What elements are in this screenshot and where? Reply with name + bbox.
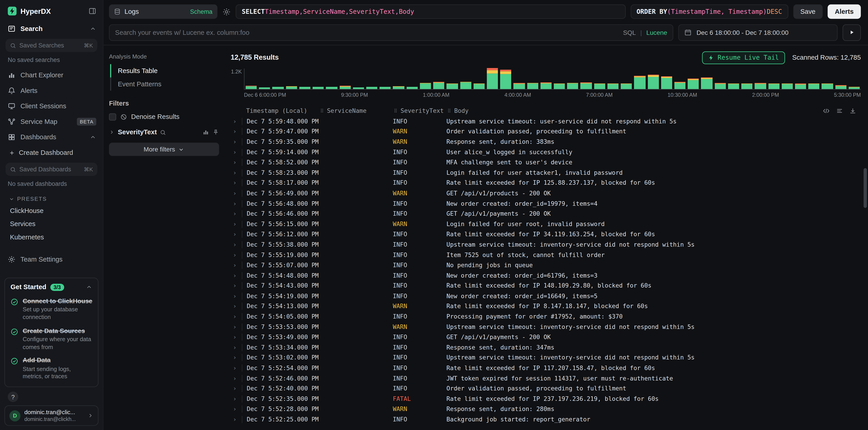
chart-bar[interactable] xyxy=(581,82,592,89)
table-row[interactable]: ›Dec 7 5:54:19.000 PMINFONew order creat… xyxy=(231,291,861,301)
table-row[interactable]: ›Dec 7 5:54:43.000 PMINFORate limit exce… xyxy=(231,280,861,291)
chart-bar[interactable] xyxy=(514,83,525,89)
chart-bar[interactable] xyxy=(433,81,444,89)
chart-bar[interactable] xyxy=(782,84,793,89)
table-row[interactable]: ›Dec 7 5:53:49.000 PMINFOGET /api/v1/pay… xyxy=(231,332,861,342)
saved-searches-input[interactable] xyxy=(20,42,81,48)
user-menu[interactable]: D dominic.tran@clic... dominic.tran@clic… xyxy=(4,405,99,426)
sidebar-item-alerts[interactable]: Alerts xyxy=(0,83,103,98)
row-expander[interactable]: › xyxy=(231,128,242,135)
table-row[interactable]: ›Dec 7 5:59:14.000 PMINFOUser alice_w lo… xyxy=(231,147,861,157)
denoise-results-toggle[interactable]: Denoise Results xyxy=(109,113,219,121)
chart-bar[interactable] xyxy=(608,84,619,89)
row-expander[interactable]: › xyxy=(231,138,242,145)
row-expander[interactable]: › xyxy=(231,323,242,331)
table-row[interactable]: ›Dec 7 5:56:12.000 PMINFORate limit exce… xyxy=(231,229,861,239)
sidebar-item-service-map[interactable]: Service Map BETA xyxy=(0,114,103,129)
chart-bar[interactable] xyxy=(500,70,512,89)
row-expander[interactable]: › xyxy=(231,385,242,392)
more-filters-button[interactable]: More filters xyxy=(109,143,219,156)
chart-bar[interactable] xyxy=(674,82,685,89)
help-button[interactable]: ? xyxy=(8,392,18,402)
row-expander[interactable]: › xyxy=(231,252,242,259)
chart-bar[interactable] xyxy=(540,82,551,89)
code-view-icon[interactable] xyxy=(823,107,830,114)
col-body[interactable]: Body xyxy=(446,107,823,114)
preset-services[interactable]: Services xyxy=(0,217,103,231)
table-row[interactable]: ›Dec 7 5:56:49.000 PMWARNGET /api/v1/pro… xyxy=(231,188,861,198)
chart-bar[interactable] xyxy=(380,87,391,89)
chart-bar[interactable] xyxy=(634,76,645,89)
table-row[interactable]: ›Dec 7 5:58:23.000 PMINFOLogin failed fo… xyxy=(231,168,861,178)
table-row[interactable]: ›Dec 7 5:52:40.000 PMINFOOrder validatio… xyxy=(231,384,861,394)
table-row[interactable]: ›Dec 7 5:52:54.000 PMINFORate limit exce… xyxy=(231,363,861,373)
table-row[interactable]: ›Dec 7 5:59:35.000 PMWARNResponse sent, … xyxy=(231,137,861,147)
chart-bar[interactable] xyxy=(768,84,779,89)
chart-bar[interactable] xyxy=(460,82,471,89)
row-expander[interactable]: › xyxy=(231,200,242,207)
chart-bar[interactable] xyxy=(339,86,350,89)
table-row[interactable]: ›Dec 7 5:54:05.000 PMINFOProcessing paym… xyxy=(231,311,861,322)
chart-bar[interactable] xyxy=(326,87,337,89)
chart-bar[interactable] xyxy=(554,83,565,89)
event-search-input[interactable] xyxy=(115,29,619,36)
row-expander[interactable]: › xyxy=(231,210,242,218)
alerts-button[interactable]: Alerts xyxy=(828,4,861,19)
row-expander[interactable]: › xyxy=(231,241,242,248)
mode-lucene-toggle[interactable]: Lucene xyxy=(646,29,667,35)
chart-bar[interactable] xyxy=(406,87,417,89)
table-row[interactable]: ›Dec 7 5:56:15.000 PMWARNLogin failed fo… xyxy=(231,219,861,229)
table-row[interactable]: ›Dec 7 5:55:38.000 PMINFOUpstream servic… xyxy=(231,240,861,250)
create-dashboard-button[interactable]: Create Dashboard xyxy=(0,145,103,160)
chart-bar[interactable] xyxy=(567,83,578,89)
select-clause-editor[interactable]: SELECT Timestamp,ServiceName,SeverityTex… xyxy=(236,4,625,19)
row-expander[interactable]: › xyxy=(231,148,242,156)
denoise-checkbox[interactable] xyxy=(109,113,116,120)
chart-bar[interactable] xyxy=(246,86,257,89)
table-row[interactable]: ›Dec 7 5:54:48.000 PMINFONew order creat… xyxy=(231,270,861,280)
chart-bar[interactable] xyxy=(741,84,752,89)
sidebar-item-search[interactable]: Search xyxy=(0,21,103,36)
table-row[interactable]: ›Dec 7 5:59:48.000 PMINFOUpstream servic… xyxy=(231,116,861,126)
row-expander[interactable]: › xyxy=(231,293,242,300)
source-settings-gear-icon[interactable] xyxy=(222,7,231,16)
chart-bar[interactable] xyxy=(728,84,739,89)
table-row[interactable]: ›Dec 7 5:52:28.000 PMWARNResponse sent, … xyxy=(231,404,861,414)
chart-bar[interactable] xyxy=(353,87,364,89)
row-expander[interactable]: › xyxy=(231,416,242,423)
run-query-button[interactable] xyxy=(843,24,861,40)
table-row[interactable]: ›Dec 7 5:58:52.000 PMINFOMFA challenge s… xyxy=(231,157,861,168)
col-timestamp[interactable]: Timestamp (Local) xyxy=(242,107,319,114)
resume-live-tail-button[interactable]: Resume Live Tail xyxy=(702,51,785,64)
mode-sql-toggle[interactable]: SQL xyxy=(623,29,636,35)
download-icon[interactable] xyxy=(849,107,857,114)
vertical-scrollbar[interactable] xyxy=(864,168,867,208)
chart-bar[interactable] xyxy=(473,84,485,89)
row-expander[interactable]: › xyxy=(231,221,242,228)
mode-event-patterns[interactable]: Event Patterns xyxy=(110,77,219,91)
row-expander[interactable]: › xyxy=(231,282,242,289)
row-expander[interactable]: › xyxy=(231,303,242,310)
save-button[interactable]: Save xyxy=(793,4,823,19)
chart-bar[interactable] xyxy=(848,87,860,89)
table-row[interactable]: ›Dec 7 5:52:25.000 PMINFOBackground job … xyxy=(231,415,861,425)
facet-severitytext[interactable]: SeverityText xyxy=(109,128,219,136)
col-servicename[interactable]: ServiceName xyxy=(319,107,393,114)
get-started-step[interactable]: Add Data Start sending logs, metrics, or… xyxy=(10,354,92,383)
row-expander[interactable]: › xyxy=(231,313,242,320)
row-expander[interactable]: › xyxy=(231,354,242,362)
chart-bar[interactable] xyxy=(822,84,833,89)
saved-dashboards-input[interactable] xyxy=(20,166,81,172)
chart-bar[interactable] xyxy=(648,75,658,89)
table-row[interactable]: ›Dec 7 5:55:07.000 PMINFONo pending jobs… xyxy=(231,260,861,270)
row-expander[interactable]: › xyxy=(231,169,242,176)
chart-bar[interactable] xyxy=(715,83,726,89)
facet-pin-icon[interactable] xyxy=(212,129,219,135)
row-expander[interactable]: › xyxy=(231,262,242,269)
sidebar-item-dashboards[interactable]: Dashboards xyxy=(0,129,103,145)
row-expander[interactable]: › xyxy=(231,190,242,197)
chart-bar[interactable] xyxy=(661,76,672,89)
row-expander[interactable]: › xyxy=(231,364,242,372)
chart-bar[interactable] xyxy=(835,85,846,89)
row-expander[interactable]: › xyxy=(231,159,242,166)
